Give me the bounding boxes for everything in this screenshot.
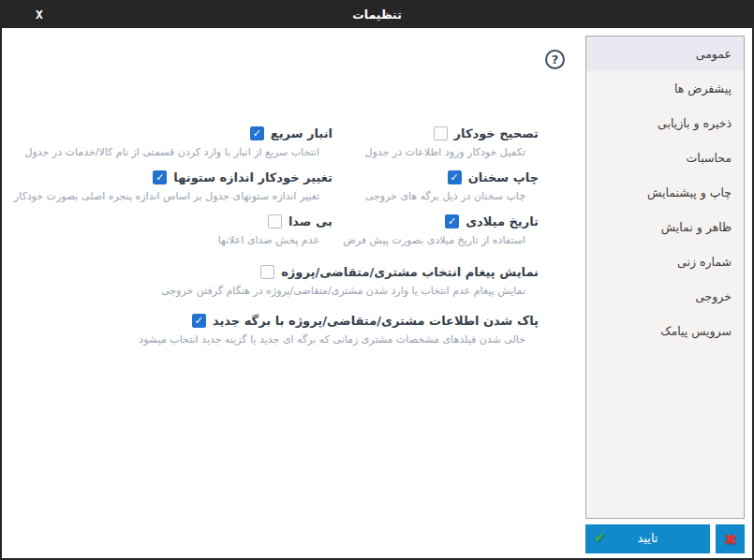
confirm-check-icon: ✔ xyxy=(594,529,606,546)
setting-quick-inventory-label: انبار سریع xyxy=(271,126,333,140)
sidebar-item-output[interactable]: خروجی xyxy=(586,279,744,314)
sidebar-item-appearance[interactable]: ظاهر و نمایش xyxy=(586,210,744,244)
confirm-button-label: تایید xyxy=(638,531,658,545)
sidebar-item-defaults[interactable]: پیشفرض ها xyxy=(586,71,744,106)
autocorrect-checkbox[interactable] xyxy=(434,126,448,140)
setting-clear-customer-info-label: پاک شدن اطلاعات مشتری/متقاضی/پروژه با بر… xyxy=(213,314,539,328)
setting-autocorrect-description: تکمیل خودکار ورود اطلاعات در جدول xyxy=(365,146,539,158)
setting-auto-column-resize-description: تغییر اندازه ستونهای جدول بر اساس اندازه… xyxy=(14,190,333,202)
titlebar: X تنظیمات xyxy=(2,2,752,28)
auto-column-resize-checkbox[interactable]: ✓ xyxy=(153,170,167,184)
settings-dialog: X تنظیمات ? تصحیح خودکار تکمیل خودکار ور… xyxy=(0,0,754,560)
clear-customer-info-checkbox[interactable]: ✓ xyxy=(192,314,206,328)
cancel-button[interactable]: ✖ xyxy=(716,524,745,553)
setting-auto-column-resize-label: تغییر خودکار اندازه ستونها xyxy=(173,170,333,184)
gregorian-date-checkbox[interactable]: ✓ xyxy=(445,214,459,228)
setting-quick-inventory-description: انتخاب سریع از انبار با وارد کردن قسمتی … xyxy=(25,146,333,158)
window-title: تنظیمات xyxy=(2,2,752,28)
sidebar: عمومی پیشفرض ها ذخیره و بازیابی محاسبات … xyxy=(585,36,745,519)
setting-autocorrect: تصحیح خودکار تکمیل خودکار ورود اطلاعات د… xyxy=(365,124,539,158)
setting-auto-column-resize: تغییر خودکار اندازه ستونها ✓ تغییر انداز… xyxy=(14,168,333,202)
setting-clear-customer-info: پاک شدن اطلاعات مشتری/متقاضی/پروژه با بر… xyxy=(139,311,539,346)
setting-mute-label: بی صدا xyxy=(288,214,333,228)
setting-quick-inventory: انبار سریع ✓ انتخاب سریع از انبار با وار… xyxy=(25,124,333,158)
setting-show-selection-message-label: نمایش پیغام انتخاب مشتری/متقاضی/پروژه xyxy=(281,265,539,279)
sidebar-item-print-preview[interactable]: چاپ و پیشنمایش xyxy=(586,175,744,210)
print-sayings-checkbox[interactable]: ✓ xyxy=(448,170,462,184)
help-icon[interactable]: ? xyxy=(545,50,565,69)
quick-inventory-checkbox[interactable]: ✓ xyxy=(250,126,264,140)
setting-gregorian-date: تاریخ میلادی ✓ استفاده از تاریخ میلادی ب… xyxy=(343,212,539,246)
cancel-x-icon: ✖ xyxy=(723,530,736,549)
confirm-button[interactable]: ✔ تایید xyxy=(585,524,710,553)
setting-mute: بی صدا عدم پخش صدای اعلانها xyxy=(218,212,333,246)
sidebar-item-general[interactable]: عمومی xyxy=(586,37,744,71)
setting-show-selection-message: نمایش پیغام انتخاب مشتری/متقاضی/پروژه نم… xyxy=(161,262,539,297)
sidebar-item-save-restore[interactable]: ذخیره و بازیابی xyxy=(586,106,744,140)
setting-gregorian-date-label: تاریخ میلادی xyxy=(466,214,539,228)
setting-print-sayings: چاپ سخنان ✓ چاپ سخنان در ذیل برگه های خر… xyxy=(365,168,539,202)
setting-show-selection-message-description: نمایش پیغام عدم انتخاب یا وارد شدن مشتری… xyxy=(161,285,539,297)
setting-clear-customer-info-description: خالی شدن فیلدهای مشخصات مشتری زمانی که ب… xyxy=(139,333,539,346)
show-selection-message-checkbox[interactable] xyxy=(260,265,274,279)
setting-print-sayings-description: چاپ سخنان در ذیل برگه های خروجی xyxy=(365,190,539,202)
setting-print-sayings-label: چاپ سخنان xyxy=(468,170,539,184)
setting-gregorian-date-description: استفاده از تاریخ میلادی بصورت پیش فرض xyxy=(343,234,539,246)
sidebar-item-numbering[interactable]: شماره زنی xyxy=(586,244,744,279)
sidebar-item-sms-service[interactable]: سرویس پیامک xyxy=(586,314,744,348)
sidebar-item-calculations[interactable]: محاسبات xyxy=(586,140,744,175)
setting-mute-description: عدم پخش صدای اعلانها xyxy=(218,234,333,246)
mute-checkbox[interactable] xyxy=(268,214,282,228)
setting-autocorrect-label: تصحیح خودکار xyxy=(454,126,539,140)
